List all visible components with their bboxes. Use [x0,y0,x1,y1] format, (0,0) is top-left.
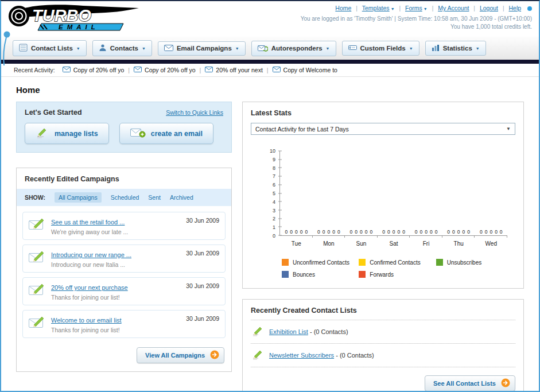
contact-list-link[interactable]: Newsletter Subscribers [269,352,334,359]
top-link-help[interactable]: Help [508,5,521,11]
top-link-logout[interactable]: Logout [480,5,498,11]
tab-scheduled[interactable]: Scheduled [111,194,139,201]
header: TURBO EMAIL Home | Templates▼ | Forms▼ |… [1,1,539,37]
app-window: TURBO EMAIL Home | Templates▼ | Forms▼ |… [0,0,540,392]
campaign-date: 30 Jun 2009 [186,250,219,257]
top-link-home[interactable]: Home [335,5,351,11]
edit-campaign-icon[interactable] [28,282,45,298]
contact-list-row: Exhibition List - (0 Contacts) [251,320,515,344]
campaign-title-link[interactable]: Introducing our new range ... [51,251,131,258]
campaign-title-link[interactable]: Welcome to our email list [51,317,122,324]
chart-group: 00000Tue [280,151,313,235]
arrow-right-icon [501,378,510,389]
envelope-icon [134,67,142,73]
chevron-down-icon: ▼ [142,46,146,51]
main-content: Home Let's Get Started Switch to Quick L… [1,77,539,392]
turbo-email-logo-graphic: TURBO EMAIL [6,3,143,34]
latest-stats-panel: Latest Stats Contact Activity for the La… [242,102,524,289]
nav-tab-custom-fields[interactable]: Custom Fields ▼ [342,41,419,56]
arrow-right-icon [210,350,219,360]
envelope-icon [273,67,281,73]
legend-item: Forwards [359,271,430,278]
top-link-forms[interactable]: Forms▼ [405,5,428,11]
nav-tab-contact-lists[interactable]: Contact Lists ▼ [13,40,87,56]
pencil-icon [36,127,49,140]
chart-group: 00000Wed [475,151,507,235]
statistics-icon [432,44,440,52]
create-email-button[interactable]: create an email [119,123,213,144]
envelope-icon [63,67,71,73]
campaigns-panel-title: Recently Edited Campaigns [17,168,231,189]
nav-tab-contacts[interactable]: Contacts ▼ [92,40,152,56]
edit-campaign-icon[interactable] [28,249,45,265]
top-nav: Home | Templates▼ | Forms▼ | My Account … [301,5,532,11]
edit-campaign-icon[interactable] [28,315,45,331]
campaign-title-link[interactable]: 20% off your next purchase [51,284,128,291]
tab-archived[interactable]: Archived [170,194,193,201]
legend-item: Unconfirmed Contacts [282,259,353,266]
page-title: Home [16,85,524,95]
view-all-campaigns-button[interactable]: View All Campaigns [137,347,224,363]
recent-activity-item[interactable]: Copy of Welcome to [273,67,337,73]
see-all-contact-lists-button[interactable]: See All Contact Lists [425,375,515,391]
recent-activity-item[interactable]: 20% off your next [205,67,263,73]
campaign-row: 20% off your next purchase Thanks for jo… [22,277,226,305]
legend-item: Bounces [282,271,353,278]
main-nav: Contact Lists ▼ Contacts ▼ Email Campaig… [1,37,539,60]
envelope-icon [205,67,213,73]
tab-sent[interactable]: Sent [148,194,161,201]
chevron-down-icon: ▼ [76,46,80,51]
switch-to-quick-links[interactable]: Switch to Quick Links [166,109,223,116]
campaign-subtitle: Thanks for joining our list! [51,294,128,301]
login-info: You are logged in as 'Timothy Smith' | S… [301,15,532,22]
top-link-my-account[interactable]: My Account [438,5,469,11]
chart-group: 00000Sun [345,151,378,235]
campaign-date: 30 Jun 2009 [186,282,219,289]
live-help-icon[interactable] [527,6,532,11]
header-right: Home | Templates▼ | Forms▼ | My Account … [301,5,532,30]
contact-list-row: Newsletter Subscribers - (0 Contacts) [251,344,515,367]
svg-text:EMAIL: EMAIL [59,24,99,30]
chevron-down-icon: ▼ [326,46,330,51]
campaigns-filter-tabs: SHOW: All Campaigns Scheduled Sent Archi… [17,189,231,206]
recently-created-contact-lists-panel: Recently Created Contact Lists Exhibitio… [242,299,524,392]
chart-legend: Unconfirmed ContactsConfirmed ContactsUn… [282,259,507,278]
recent-activity-label: Recent Activity: [14,67,55,73]
chart-groups: 00000Tue00000Mon00000Sun00000Sat00000Fri… [280,151,507,235]
top-link-templates[interactable]: Templates▼ [362,5,395,11]
contact-lists-panel-title: Recently Created Contact Lists [251,306,515,320]
app-logo[interactable]: TURBO EMAIL [6,3,143,36]
campaign-date: 30 Jun 2009 [186,217,219,224]
get-started-title: Let's Get Started [25,108,82,117]
legend-item: Confirmed Contacts [359,259,430,266]
chart-plot: 00000Tue00000Mon00000Sun00000Sat00000Fri… [279,151,507,236]
recent-activity-item[interactable]: Copy of 20% off yo [134,67,196,73]
recently-edited-campaigns-panel: Recently Edited Campaigns SHOW: All Camp… [16,168,232,372]
manage-lists-button[interactable]: manage lists [25,123,109,144]
campaign-row: Welcome to our email list Thanks for joi… [22,310,226,338]
contact-list-link[interactable]: Exhibition List [269,328,308,335]
svg-text:TURBO: TURBO [32,6,92,25]
edit-list-icon[interactable] [252,350,263,361]
nav-tab-autoresponders[interactable]: Autoresponders ▼ [251,41,336,56]
campaign-date: 30 Jun 2009 [186,315,219,322]
autoresponders-icon [258,44,268,53]
stats-period-select[interactable]: Contact Activity for the Last 7 Days ▼ [251,123,515,135]
chevron-down-icon: ▼ [506,126,511,131]
chart-group: 00000Mon [313,151,345,235]
edit-campaign-icon[interactable] [28,216,45,232]
chevron-down-icon: ▼ [235,46,239,51]
tab-all-campaigns[interactable]: All Campaigns [55,192,102,203]
edit-list-icon[interactable] [252,326,263,337]
campaign-row: See us at the retail food ... We're givi… [22,212,226,240]
campaign-subtitle: Thanks for joining our list! [51,327,122,333]
custom-fields-icon [348,44,357,52]
nav-tab-email-campaigns[interactable]: Email Campaigns ▼ [158,41,246,56]
recent-activity-item[interactable]: Copy of 20% off yo [63,67,125,73]
campaign-subtitle: Introducing our new Italia ... [51,261,131,268]
recent-activity-bar: Recent Activity: Copy of 20% off yo | Co… [1,64,539,77]
nav-tab-statistics[interactable]: Statistics ▼ [425,41,486,56]
credits-info: You have 1,000 total credits left. [301,24,532,30]
campaign-title-link[interactable]: See us at the retail food ... [51,219,125,226]
chart-group: 00000Sat [378,151,410,235]
